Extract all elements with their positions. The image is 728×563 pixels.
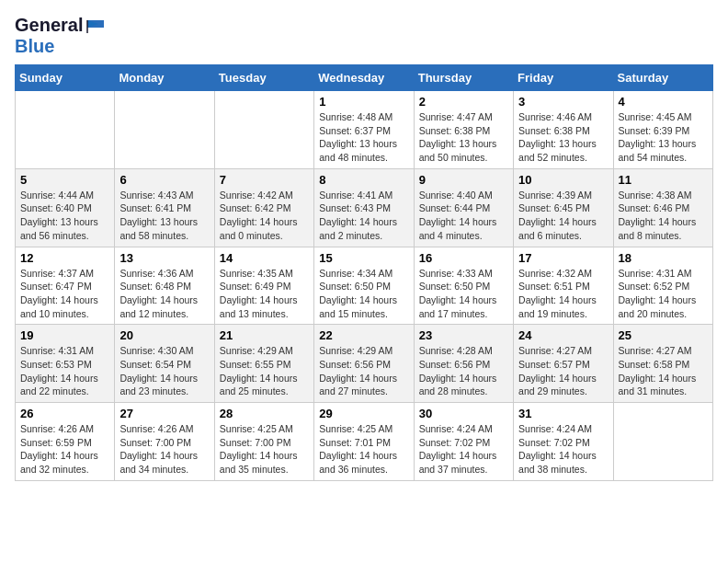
calendar-day-header: Sunday [16, 65, 115, 91]
calendar-cell: 1Sunrise: 4:48 AM Sunset: 6:37 PM Daylig… [314, 91, 414, 169]
day-number: 5 [20, 173, 109, 187]
day-number: 12 [20, 251, 109, 265]
calendar-cell: 26Sunrise: 4:26 AM Sunset: 6:59 PM Dayli… [16, 403, 115, 481]
calendar-cell: 7Sunrise: 4:42 AM Sunset: 6:42 PM Daylig… [214, 168, 313, 247]
day-info: Sunrise: 4:29 AM Sunset: 6:56 PM Dayligh… [319, 344, 408, 398]
day-number: 16 [419, 251, 508, 265]
calendar-cell: 13Sunrise: 4:36 AM Sunset: 6:48 PM Dayli… [115, 247, 214, 325]
calendar-day-header: Saturday [613, 65, 712, 91]
calendar-cell: 29Sunrise: 4:25 AM Sunset: 7:01 PM Dayli… [314, 403, 414, 481]
day-number: 26 [20, 407, 109, 420]
calendar-cell: 6Sunrise: 4:43 AM Sunset: 6:41 PM Daylig… [115, 168, 214, 247]
day-info: Sunrise: 4:30 AM Sunset: 6:54 PM Dayligh… [119, 344, 209, 398]
day-number: 17 [518, 251, 608, 265]
day-number: 9 [419, 173, 508, 187]
calendar-body: 1Sunrise: 4:48 AM Sunset: 6:37 PM Daylig… [16, 91, 713, 481]
calendar-cell: 31Sunrise: 4:24 AM Sunset: 7:02 PM Dayli… [514, 403, 613, 481]
calendar-cell: 30Sunrise: 4:24 AM Sunset: 7:02 PM Dayli… [414, 403, 513, 481]
day-info: Sunrise: 4:46 AM Sunset: 6:38 PM Dayligh… [518, 110, 608, 165]
calendar-cell: 27Sunrise: 4:26 AM Sunset: 7:00 PM Dayli… [115, 403, 214, 481]
day-info: Sunrise: 4:38 AM Sunset: 6:46 PM Dayligh… [619, 189, 708, 243]
calendar-cell: 25Sunrise: 4:27 AM Sunset: 6:58 PM Dayli… [613, 325, 712, 403]
logo-general-text: General [15, 15, 83, 36]
calendar-cell: 22Sunrise: 4:29 AM Sunset: 6:56 PM Dayli… [314, 325, 414, 403]
calendar-cell [214, 91, 313, 169]
day-number: 22 [319, 328, 408, 342]
day-number: 6 [119, 173, 209, 187]
day-info: Sunrise: 4:48 AM Sunset: 6:37 PM Dayligh… [319, 110, 408, 165]
day-number: 25 [619, 328, 708, 342]
calendar-cell [115, 91, 214, 169]
day-number: 18 [619, 251, 708, 265]
calendar-day-header: Thursday [414, 65, 513, 91]
calendar-cell: 12Sunrise: 4:37 AM Sunset: 6:47 PM Dayli… [16, 247, 115, 325]
page-header: General Blue [15, 15, 713, 57]
calendar-cell: 23Sunrise: 4:28 AM Sunset: 6:56 PM Dayli… [414, 325, 513, 403]
day-number: 4 [619, 95, 708, 109]
day-info: Sunrise: 4:24 AM Sunset: 7:02 PM Dayligh… [518, 422, 608, 477]
day-number: 3 [518, 95, 608, 109]
calendar-cell: 4Sunrise: 4:45 AM Sunset: 6:39 PM Daylig… [613, 91, 712, 169]
logo: General Blue [15, 15, 106, 57]
day-info: Sunrise: 4:31 AM Sunset: 6:53 PM Dayligh… [20, 344, 109, 398]
calendar-cell: 20Sunrise: 4:30 AM Sunset: 6:54 PM Dayli… [115, 325, 214, 403]
calendar-cell: 24Sunrise: 4:27 AM Sunset: 6:57 PM Dayli… [514, 325, 613, 403]
day-info: Sunrise: 4:24 AM Sunset: 7:02 PM Dayligh… [419, 422, 508, 477]
calendar-cell: 5Sunrise: 4:44 AM Sunset: 6:40 PM Daylig… [16, 168, 115, 247]
day-info: Sunrise: 4:28 AM Sunset: 6:56 PM Dayligh… [419, 344, 508, 398]
day-info: Sunrise: 4:41 AM Sunset: 6:43 PM Dayligh… [319, 189, 408, 243]
calendar-cell: 16Sunrise: 4:33 AM Sunset: 6:50 PM Dayli… [414, 247, 513, 325]
day-info: Sunrise: 4:25 AM Sunset: 7:00 PM Dayligh… [220, 422, 309, 477]
day-number: 8 [319, 173, 408, 187]
calendar-cell: 11Sunrise: 4:38 AM Sunset: 6:46 PM Dayli… [613, 168, 712, 247]
day-number: 13 [119, 251, 209, 265]
day-number: 23 [419, 328, 508, 342]
day-number: 27 [119, 407, 209, 420]
day-info: Sunrise: 4:29 AM Sunset: 6:55 PM Dayligh… [220, 344, 309, 398]
calendar-cell [16, 91, 115, 169]
day-number: 31 [518, 407, 608, 420]
day-number: 19 [20, 328, 109, 342]
calendar-cell: 15Sunrise: 4:34 AM Sunset: 6:50 PM Dayli… [314, 247, 414, 325]
calendar-cell: 18Sunrise: 4:31 AM Sunset: 6:52 PM Dayli… [613, 247, 712, 325]
day-info: Sunrise: 4:26 AM Sunset: 7:00 PM Dayligh… [119, 422, 209, 477]
calendar-cell: 2Sunrise: 4:47 AM Sunset: 6:38 PM Daylig… [414, 91, 513, 169]
calendar-cell [613, 403, 712, 481]
day-info: Sunrise: 4:25 AM Sunset: 7:01 PM Dayligh… [319, 422, 408, 477]
day-number: 1 [319, 95, 408, 109]
day-number: 21 [220, 328, 309, 342]
day-info: Sunrise: 4:26 AM Sunset: 6:59 PM Dayligh… [20, 422, 109, 477]
day-number: 10 [518, 173, 608, 187]
calendar-cell: 17Sunrise: 4:32 AM Sunset: 6:51 PM Dayli… [514, 247, 613, 325]
calendar-week-row: 26Sunrise: 4:26 AM Sunset: 6:59 PM Dayli… [16, 403, 713, 481]
calendar-cell: 8Sunrise: 4:41 AM Sunset: 6:43 PM Daylig… [314, 168, 414, 247]
calendar-table: SundayMondayTuesdayWednesdayThursdayFrid… [15, 64, 713, 481]
day-number: 14 [220, 251, 309, 265]
calendar-cell: 3Sunrise: 4:46 AM Sunset: 6:38 PM Daylig… [514, 91, 613, 169]
day-number: 7 [220, 173, 309, 187]
day-info: Sunrise: 4:33 AM Sunset: 6:50 PM Dayligh… [419, 267, 508, 321]
logo-blue-text: Blue [15, 36, 54, 57]
calendar-cell: 19Sunrise: 4:31 AM Sunset: 6:53 PM Dayli… [16, 325, 115, 403]
day-info: Sunrise: 4:47 AM Sunset: 6:38 PM Dayligh… [419, 110, 508, 165]
calendar-cell: 28Sunrise: 4:25 AM Sunset: 7:00 PM Dayli… [214, 403, 313, 481]
logo-flag-icon [85, 18, 106, 35]
day-info: Sunrise: 4:31 AM Sunset: 6:52 PM Dayligh… [619, 267, 708, 321]
day-info: Sunrise: 4:36 AM Sunset: 6:48 PM Dayligh… [119, 267, 209, 321]
calendar-week-row: 5Sunrise: 4:44 AM Sunset: 6:40 PM Daylig… [16, 168, 713, 247]
day-info: Sunrise: 4:44 AM Sunset: 6:40 PM Dayligh… [20, 189, 109, 243]
day-info: Sunrise: 4:37 AM Sunset: 6:47 PM Dayligh… [20, 267, 109, 321]
day-info: Sunrise: 4:40 AM Sunset: 6:44 PM Dayligh… [419, 189, 508, 243]
calendar-week-row: 1Sunrise: 4:48 AM Sunset: 6:37 PM Daylig… [16, 91, 713, 169]
day-info: Sunrise: 4:32 AM Sunset: 6:51 PM Dayligh… [518, 267, 608, 321]
day-info: Sunrise: 4:39 AM Sunset: 6:45 PM Dayligh… [518, 189, 608, 243]
day-info: Sunrise: 4:27 AM Sunset: 6:58 PM Dayligh… [619, 344, 708, 398]
day-info: Sunrise: 4:27 AM Sunset: 6:57 PM Dayligh… [518, 344, 608, 398]
calendar-day-header: Monday [115, 65, 214, 91]
calendar-cell: 14Sunrise: 4:35 AM Sunset: 6:49 PM Dayli… [214, 247, 313, 325]
day-info: Sunrise: 4:43 AM Sunset: 6:41 PM Dayligh… [119, 189, 209, 243]
calendar-day-header: Friday [514, 65, 613, 91]
day-number: 15 [319, 251, 408, 265]
calendar-cell: 9Sunrise: 4:40 AM Sunset: 6:44 PM Daylig… [414, 168, 513, 247]
calendar-day-header: Wednesday [314, 65, 414, 91]
